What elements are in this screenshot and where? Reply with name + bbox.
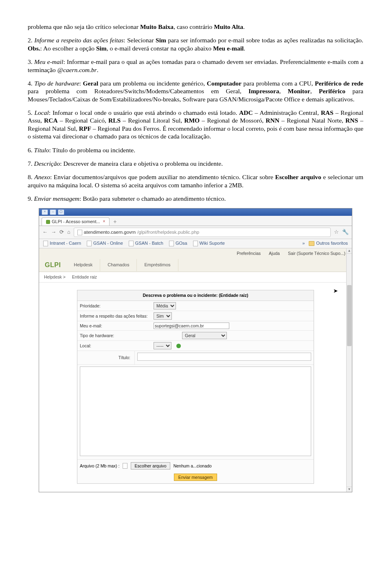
- new-tab-button[interactable]: +: [111, 218, 119, 226]
- bookmark-item[interactable]: GOsa: [169, 241, 187, 246]
- row-description: [77, 366, 314, 459]
- text-bold: Computador: [207, 80, 242, 87]
- select-local[interactable]: -----: [154, 342, 171, 349]
- text: 8.: [28, 173, 34, 180]
- text-italic: Meu e-mail: [34, 58, 63, 65]
- tab-close-icon[interactable]: ×: [103, 219, 105, 224]
- para-7: 7. Descrição: Descrever de maneira clara…: [28, 160, 363, 167]
- address-bar-row: ← → ⟳ ⌂ atendimento.caern.govrn/glpi/fro…: [39, 226, 352, 239]
- select-inform[interactable]: Sim: [154, 312, 172, 320]
- page-content: Preferências Ajuda Sair (Suporte Técnico…: [39, 248, 352, 492]
- text-italic: @caern.com.br: [57, 66, 97, 73]
- text: para um problema ou incidente genérico,: [98, 80, 206, 87]
- bookmark-overflow[interactable]: »: [302, 241, 305, 246]
- text: : Infomar o local onde o usuário que est…: [49, 109, 239, 116]
- page-icon: [43, 241, 48, 246]
- attachment-icon: [123, 463, 127, 469]
- scroll-up-icon[interactable]: ▲: [347, 248, 352, 254]
- text-bold: RPF: [79, 125, 91, 132]
- menu-emprestimos[interactable]: Empréstimos: [137, 259, 178, 271]
- text: 4.: [28, 80, 34, 87]
- breadcrumb-item[interactable]: Helpdesk >: [44, 274, 66, 280]
- folder-icon: [309, 241, 314, 246]
- url-path: /glpi/front/helpdesk.public.php: [137, 229, 199, 235]
- para-1: problema que não seja tão crítico seleci…: [28, 23, 363, 31]
- ticket-form: Descreva o problema ou o incidente: (Ent…: [77, 290, 314, 484]
- label-priority: Prioridade:: [80, 303, 151, 309]
- text: .: [97, 66, 99, 73]
- input-title[interactable]: [137, 353, 311, 361]
- text: para problema com a CPU,: [242, 80, 315, 87]
- page-icon: [87, 241, 92, 246]
- glpi-logo: GLPI: [39, 259, 66, 272]
- bookmark-label: Intranet - Caern: [50, 241, 81, 246]
- para-8: 8. Anexo: Enviar documentos/arquivos que…: [28, 173, 363, 189]
- textarea-description[interactable]: [80, 366, 311, 456]
- nav-forward-icon[interactable]: →: [51, 229, 56, 235]
- bookmark-item[interactable]: GSAN - Online: [87, 241, 123, 246]
- text: 2.: [28, 37, 34, 44]
- text-italic: Título: [34, 147, 49, 154]
- text-bold: Sim: [96, 45, 107, 52]
- file-state: Nenhum a...cionado: [174, 463, 212, 469]
- text-bold: ADC: [239, 109, 253, 116]
- site-icon: [77, 230, 82, 235]
- text-bold: Obs.: [28, 45, 40, 52]
- text-bold: Muito Baixa: [140, 23, 174, 30]
- scroll-down-icon[interactable]: ▼: [347, 487, 352, 492]
- tab-title: GLPI - Acesso soment...: [52, 219, 100, 225]
- nav-reload-icon[interactable]: ⟳: [59, 229, 64, 235]
- form-title: Descreva o problema ou o incidente: (Ent…: [77, 290, 314, 301]
- scrollbar[interactable]: ▲ ▼: [346, 248, 352, 492]
- menu-chamados[interactable]: Chamados: [100, 259, 137, 271]
- bookmark-item[interactable]: Wiki Suporte: [193, 241, 225, 246]
- bookmark-label: Wiki Suporte: [200, 241, 225, 246]
- bookmark-item[interactable]: Intranet - Caern: [43, 241, 81, 246]
- text: : Enviar documentos/arquivos que podem a…: [50, 173, 275, 180]
- window-minimize-button[interactable]: –: [50, 209, 56, 215]
- nav-back-icon[interactable]: ←: [42, 229, 48, 235]
- text-italic: Local: [34, 109, 48, 116]
- browser-tab-bar: GLPI - Acesso soment... × +: [39, 216, 352, 226]
- text-bold: Impressora: [248, 88, 279, 94]
- row-send: Enviar mensagem: [77, 472, 314, 483]
- send-message-button[interactable]: Enviar mensagem: [174, 474, 217, 481]
- text-italic: Informe a respeito das ações feitas: [34, 37, 123, 44]
- scroll-thumb[interactable]: [347, 285, 351, 346]
- link-help[interactable]: Ajuda: [269, 251, 280, 256]
- label-inform: Informe a respeito das ações feitas:: [80, 314, 151, 319]
- bookmark-star-icon[interactable]: ☆: [334, 229, 339, 235]
- text-bold: Periférico de rede: [315, 80, 363, 87]
- select-hardware[interactable]: Geral: [182, 332, 227, 339]
- link-logout[interactable]: Sair (Suporte Técnico Supo...): [288, 251, 345, 256]
- page-icon: [129, 241, 134, 246]
- url-input[interactable]: atendimento.caern.govrn/glpi/front/helpd…: [74, 228, 331, 237]
- bookmark-label: Outros favoritos: [316, 241, 348, 246]
- browser-tab[interactable]: GLPI - Acesso soment... ×: [42, 217, 110, 226]
- window-close-button[interactable]: ×: [42, 209, 48, 215]
- text-italic: Tipo de hardware: [34, 80, 79, 87]
- add-location-icon[interactable]: [176, 344, 181, 348]
- link-preferences[interactable]: Preferências: [237, 251, 261, 256]
- input-email[interactable]: [154, 323, 229, 329]
- select-priority[interactable]: Média: [154, 302, 176, 309]
- breadcrumb: Helpdesk > Entidade raiz: [39, 272, 352, 283]
- bookmark-folder[interactable]: Outros favoritos: [309, 241, 348, 246]
- text: 5.: [28, 109, 34, 116]
- text-bold: Periférico: [319, 88, 345, 94]
- wrench-icon[interactable]: 🔧: [342, 229, 349, 235]
- text: – Regional Caicó,: [58, 117, 108, 124]
- nav-home-icon[interactable]: ⌂: [67, 229, 70, 235]
- bookmark-item[interactable]: GSAN - Batch: [129, 241, 163, 246]
- breadcrumb-item[interactable]: Entidade raiz: [72, 274, 97, 280]
- row-inform: Informe a respeito das ações feitas: Sim: [77, 311, 314, 321]
- mouse-cursor-icon: ➤: [333, 287, 338, 295]
- window-maximize-button[interactable]: ▢: [58, 209, 64, 215]
- text-bold: RAS: [321, 109, 334, 116]
- text-italic: Anexo: [34, 173, 50, 180]
- bookmark-label: GOsa: [176, 241, 187, 246]
- choose-file-button[interactable]: Escolher arquivo: [131, 462, 170, 470]
- text: : Selecionar: [123, 37, 156, 44]
- row-attachment: Arquivo (2 Mb max) : Escolher arquivo Ne…: [77, 459, 314, 472]
- menu-helpdesk[interactable]: Helpdesk: [66, 259, 100, 271]
